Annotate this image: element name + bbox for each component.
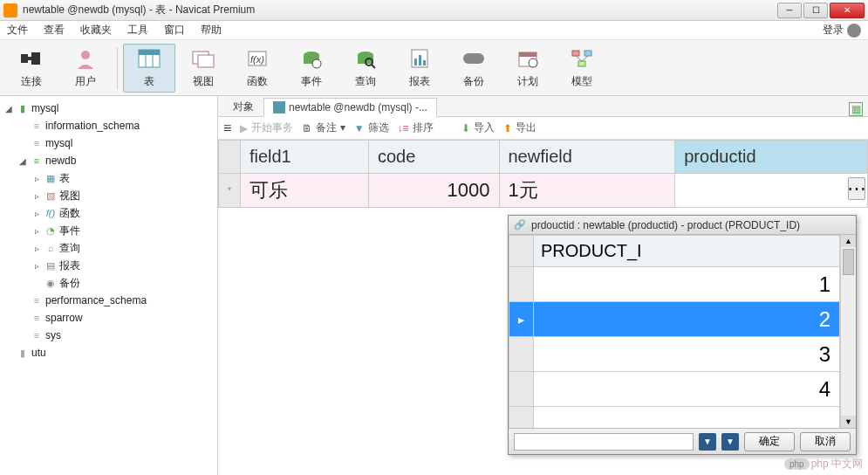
close-button[interactable]: ✕	[830, 3, 865, 18]
tree-item-reports[interactable]: ▹▤报表	[0, 257, 217, 274]
sort-icon: ↓≡	[398, 122, 409, 134]
menu-help[interactable]: 帮助	[201, 23, 222, 38]
scroll-up-icon[interactable]: ▲	[841, 235, 856, 247]
list-item[interactable]: ▸2	[509, 302, 840, 337]
filter-clear-button[interactable]: ▼	[721, 433, 739, 451]
list-item	[509, 407, 840, 429]
menu-view[interactable]: 查看	[44, 23, 65, 38]
view-button[interactable]: 视图	[177, 44, 229, 93]
popup-footer: ▼ ▼ 确定 取消	[509, 428, 856, 454]
tree-item-tables[interactable]: ▹▦表	[0, 169, 217, 187]
tab-newtable[interactable]: newtable @newdb (mysql) -...	[263, 98, 437, 117]
app-icon	[3, 3, 17, 17]
scrollbar[interactable]: ▲ ▼	[840, 235, 856, 428]
export-button[interactable]: ⬆导出	[503, 120, 537, 135]
tree-item-queries[interactable]: ▹⌕查询	[0, 239, 217, 257]
function-icon: f()	[44, 207, 58, 219]
tree-item-views[interactable]: ▹▧视图	[0, 187, 217, 204]
tree-db-newdb[interactable]: ◢≡newdb	[0, 152, 217, 169]
row-marker: *	[219, 174, 241, 208]
database-icon: ≡	[30, 294, 44, 306]
popup-title: 🔗 prdouctid : newtable (productid) - pro…	[509, 216, 856, 235]
data-grid[interactable]: field1 code newfield productid * 可乐 1000…	[218, 140, 868, 208]
svg-rect-5	[139, 50, 160, 55]
tree-item-events[interactable]: ▹◔事件	[0, 222, 217, 239]
fk-dropdown-button[interactable]: ⋯	[848, 177, 865, 200]
tree-db-sys[interactable]: ≡sys	[0, 327, 217, 344]
svg-point-28	[529, 59, 537, 67]
window-title: newtable @newdb (mysql) - 表 - Navicat Pr…	[23, 3, 777, 17]
scroll-down-icon[interactable]: ▼	[841, 416, 856, 428]
php-badge: php	[784, 458, 810, 470]
filter-button[interactable]: ▼筛选	[354, 120, 389, 135]
import-button[interactable]: ⬇导入	[461, 120, 495, 135]
plan-button[interactable]: 计划	[502, 44, 554, 93]
column-code[interactable]: code	[368, 141, 499, 174]
connect-button[interactable]: 连接	[5, 44, 58, 93]
event-button[interactable]: 事件	[285, 44, 338, 93]
add-tab-button[interactable]: ▦	[849, 102, 863, 116]
list-item[interactable]: 3	[509, 337, 840, 372]
table-row[interactable]: * 可乐 1000 1元 ⋯	[219, 174, 868, 208]
backup-button[interactable]: 备份	[448, 44, 500, 93]
note-icon: 🗎	[302, 122, 312, 134]
svg-rect-29	[572, 51, 579, 56]
note-button[interactable]: 🗎备注 ▾	[302, 120, 345, 135]
function-button[interactable]: f(x)函数	[231, 44, 284, 93]
filter-toggle-button[interactable]: ▼	[699, 433, 716, 451]
list-item[interactable]: 1	[509, 267, 840, 302]
query-button[interactable]: 查询	[339, 44, 392, 93]
menu-window[interactable]: 窗口	[164, 23, 185, 38]
view-icon	[191, 46, 215, 71]
svg-rect-22	[423, 60, 426, 65]
cell-field1[interactable]: 可乐	[240, 174, 368, 208]
menu-tool[interactable]: 工具	[127, 23, 148, 38]
model-icon	[570, 46, 594, 71]
tree-db-information-schema[interactable]: ≡information_schema	[0, 117, 217, 134]
maximize-button[interactable]: ☐	[803, 3, 828, 18]
column-newfield[interactable]: newfield	[499, 141, 675, 174]
tree-db-performance-schema[interactable]: ≡performance_schema	[0, 292, 217, 309]
column-field1[interactable]: field1	[240, 141, 368, 174]
cell-newfield[interactable]: 1元	[499, 174, 675, 208]
tab-objects[interactable]: 对象	[223, 97, 263, 116]
model-button[interactable]: 模型	[556, 44, 608, 93]
svg-rect-9	[198, 55, 214, 67]
fk-list[interactable]: PRODUCT_I 1 ▸2 3 4	[509, 235, 840, 428]
plan-icon	[516, 46, 540, 71]
ok-button[interactable]: 确定	[744, 432, 795, 451]
svg-rect-31	[578, 61, 585, 66]
sort-button[interactable]: ↓≡排序	[398, 120, 434, 135]
svg-point-3	[81, 51, 90, 59]
titlebar: newtable @newdb (mysql) - 表 - Navicat Pr…	[0, 0, 868, 21]
menu-icon[interactable]: ≡	[223, 120, 231, 136]
report-icon	[407, 46, 432, 71]
cell-productid[interactable]: ⋯	[675, 174, 868, 208]
event-icon: ◔	[44, 224, 58, 237]
menu-file[interactable]: 文件	[7, 23, 28, 38]
table-button[interactable]: 表	[123, 44, 175, 93]
list-item[interactable]: 4	[509, 372, 840, 407]
tree-connection-mysql[interactable]: ◢▮mysql	[0, 100, 217, 117]
report-button[interactable]: 报表	[393, 44, 446, 93]
cancel-button[interactable]: 取消	[800, 432, 851, 451]
filter-icon: ▼	[354, 122, 365, 134]
tree-item-functions[interactable]: ▹f()函数	[0, 204, 217, 222]
scroll-thumb[interactable]	[843, 249, 854, 275]
tree-connection-utu[interactable]: ▮utu	[0, 344, 217, 361]
cell-code[interactable]: 1000	[368, 174, 499, 208]
minimize-button[interactable]: ─	[777, 3, 802, 18]
report-icon: ▤	[44, 259, 58, 272]
search-input[interactable]	[514, 433, 694, 451]
tree-db-sparrow[interactable]: ≡sparrow	[0, 309, 217, 327]
begin-transaction-button[interactable]: ▶开始事务	[240, 120, 293, 135]
login-button[interactable]: 登录	[823, 23, 861, 38]
column-productid[interactable]: productid	[675, 141, 868, 174]
menu-fav[interactable]: 收藏夹	[80, 23, 112, 38]
popup-column-header[interactable]: PRODUCT_I	[534, 236, 840, 267]
avatar-icon	[847, 24, 861, 38]
tree-item-backup[interactable]: ◉备份	[0, 274, 217, 292]
user-button[interactable]: 用户	[59, 44, 112, 93]
tab-bar: 对象 newtable @newdb (mysql) -... ▦	[218, 96, 868, 117]
tree-db-mysql[interactable]: ≡mysql	[0, 134, 217, 152]
